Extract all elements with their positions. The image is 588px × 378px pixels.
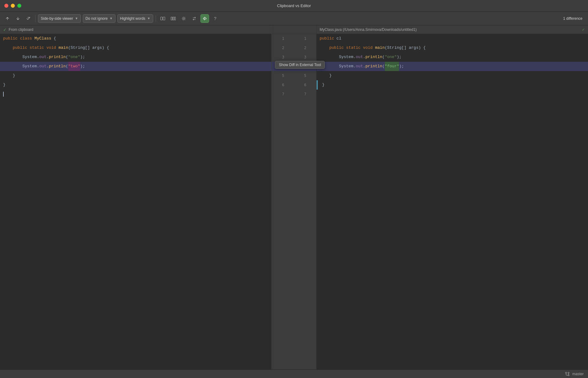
svg-point-7	[568, 375, 569, 376]
svg-rect-0	[161, 17, 162, 20]
left-line-2: public static void main(String[] args) {	[0, 43, 271, 52]
swap-button[interactable]	[190, 14, 199, 23]
gutter-left-3: 3	[272, 52, 294, 62]
diff-count: 1 difference	[563, 16, 583, 21]
center-gutter: 1 2 3 »4 5 6 7 1 2 3 4« 5 6 7	[272, 25, 317, 369]
right-panel-title: MyClass.java (/Users/Anna.Smirnova/Downl…	[320, 27, 417, 32]
apply-diff-button[interactable]	[24, 14, 33, 23]
diff-marker-bar	[317, 80, 318, 90]
help-button[interactable]: ?	[211, 14, 220, 23]
left-code-content[interactable]: public class MyClass { public static voi…	[0, 34, 271, 369]
left-panel-title: From clipboard	[9, 27, 33, 32]
right-line-3: System.out.println("one");	[317, 52, 588, 62]
svg-rect-3	[173, 17, 174, 20]
highlight-dropdown-arrow: ▼	[147, 17, 150, 20]
branch-name: master	[572, 372, 584, 376]
text-cursor	[3, 92, 4, 97]
gutter-right-2: 2	[294, 43, 317, 52]
gutter-right-7: 7	[294, 90, 317, 99]
svg-point-8	[568, 372, 569, 373]
svg-point-5	[183, 18, 184, 19]
window-title: Clipboard vs Editor	[277, 3, 311, 8]
next-diff-button[interactable]	[14, 14, 22, 23]
right-line-2: public static void main(String[] args) {	[317, 43, 588, 52]
viewer-dropdown[interactable]: Side-by-side viewer ▼	[38, 14, 81, 23]
right-line-5: }	[317, 71, 588, 80]
left-line-1: public class MyClass {	[0, 34, 271, 43]
separator-2	[156, 15, 156, 22]
gutter-header	[272, 25, 316, 34]
prev-diff-button[interactable]	[3, 14, 12, 23]
svg-rect-1	[163, 17, 165, 20]
gutter-right-1: 1	[294, 34, 317, 43]
left-line-7	[0, 90, 271, 99]
left-line-4: System.out.println("two");	[0, 62, 271, 71]
highlight-dropdown[interactable]: Highlight words ▼	[117, 14, 153, 23]
gutter-left-1: 1	[272, 34, 294, 43]
left-line-6: }	[0, 80, 271, 90]
right-panel: MyClass.java (/Users/Anna.Smirnova/Downl…	[317, 25, 588, 369]
gutter-left-6: 6	[272, 80, 294, 90]
gutter-left-7: 7	[272, 90, 294, 99]
title-bar: Clipboard vs Editor	[0, 0, 588, 12]
left-check-icon: ✓	[3, 27, 7, 32]
right-check-icon: ✓	[582, 27, 585, 32]
left-line-3: System.out.println("one");	[0, 52, 271, 62]
gear-button[interactable]	[179, 14, 188, 23]
three-column-button[interactable]	[169, 14, 178, 23]
ignore-dropdown[interactable]: Do not ignore ▼	[83, 14, 116, 23]
right-line-7	[317, 90, 588, 99]
status-bar: master	[0, 369, 588, 378]
right-line-4: System.out.println("four");	[317, 62, 588, 71]
tooltip-text: Show Diff in External Tool	[279, 63, 321, 67]
svg-point-6	[565, 372, 567, 373]
svg-rect-4	[174, 17, 175, 20]
separator-1	[35, 15, 36, 22]
left-line-5: }	[0, 71, 271, 80]
left-panel: ✓ From clipboard public class MyClass { …	[0, 25, 272, 369]
gutter-left-2: 2	[272, 43, 294, 52]
main-content: ✓ From clipboard public class MyClass { …	[0, 25, 588, 369]
minimize-button[interactable]	[11, 4, 15, 8]
viewer-dropdown-arrow: ▼	[75, 17, 78, 20]
right-panel-header: MyClass.java (/Users/Anna.Smirnova/Downl…	[317, 25, 588, 34]
gutter-right-3: 3	[294, 52, 317, 62]
gutter-right-6: 6	[294, 80, 317, 90]
right-code-content[interactable]: public cl public static void main(String…	[317, 34, 588, 369]
git-icon	[565, 372, 570, 376]
close-button[interactable]	[4, 4, 8, 8]
external-tool-button[interactable]	[200, 14, 209, 23]
external-tool-tooltip: Show Diff in External Tool	[275, 61, 325, 69]
svg-rect-2	[171, 17, 172, 20]
gutter-right-5: 5	[294, 71, 317, 80]
right-line-6: }	[317, 80, 588, 90]
right-line-1: public cl	[317, 34, 588, 43]
gutter-left-5: 5	[272, 71, 294, 80]
settings-button-1[interactable]	[158, 14, 167, 23]
left-panel-header: ✓ From clipboard	[0, 25, 271, 34]
maximize-button[interactable]	[17, 4, 21, 8]
traffic-lights	[4, 4, 21, 8]
toolbar: Side-by-side viewer ▼ Do not ignore ▼ Hi…	[0, 12, 588, 25]
ignore-dropdown-arrow: ▼	[110, 17, 113, 20]
